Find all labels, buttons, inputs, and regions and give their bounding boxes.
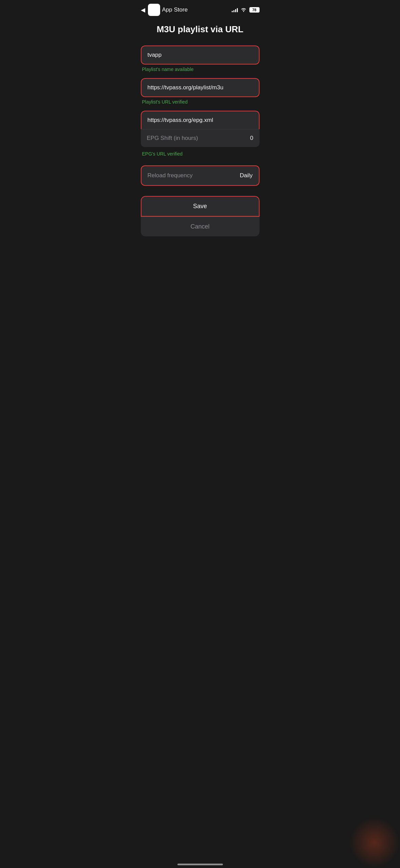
form-content: Playlist's name available Playlist's URL…	[134, 46, 266, 236]
save-button[interactable]: Save	[141, 196, 260, 217]
status-right: 78	[232, 7, 260, 13]
epg-status: EPG's URL verified	[141, 149, 260, 161]
wifi-icon	[241, 7, 247, 13]
name-section: Playlist's name available	[141, 46, 260, 76]
epg-shift-row: EPG Shift (in hours) 0	[141, 129, 260, 147]
url-section: Playlist's URL verified	[141, 78, 260, 109]
reload-row[interactable]: Reload frequency Daily	[141, 165, 260, 186]
epg-url-input[interactable]	[141, 111, 260, 129]
battery-icon: 78	[249, 7, 260, 13]
playlist-url-input[interactable]	[141, 78, 260, 97]
battery-level: 78	[249, 7, 260, 13]
url-status: Playlist's URL verified	[141, 97, 260, 109]
name-input-container	[141, 46, 260, 65]
epg-shift-value: 0	[250, 135, 253, 142]
name-status: Playlist's name available	[141, 65, 260, 76]
page-title: M3U playlist via URL	[134, 17, 266, 46]
reload-section: Reload frequency Daily	[141, 165, 260, 186]
status-left: ◀ App Store	[141, 4, 188, 16]
url-input-container	[141, 78, 260, 97]
reload-value: Daily	[240, 172, 253, 179]
epg-section: EPG Shift (in hours) 0 EPG's URL verifie…	[141, 111, 260, 161]
status-bar: ◀ App Store 78	[134, 0, 266, 17]
playlist-name-input[interactable]	[141, 46, 260, 65]
app-icon-thumbnail	[148, 4, 160, 16]
back-label[interactable]: App Store	[162, 6, 188, 13]
back-arrow-icon: ◀	[141, 6, 145, 14]
epg-container: EPG Shift (in hours) 0	[141, 111, 260, 147]
cancel-button[interactable]: Cancel	[141, 217, 260, 236]
action-buttons: Save Cancel	[141, 196, 260, 236]
reload-label: Reload frequency	[148, 172, 193, 179]
signal-bars-icon	[232, 7, 238, 12]
epg-shift-label: EPG Shift (in hours)	[147, 135, 198, 142]
